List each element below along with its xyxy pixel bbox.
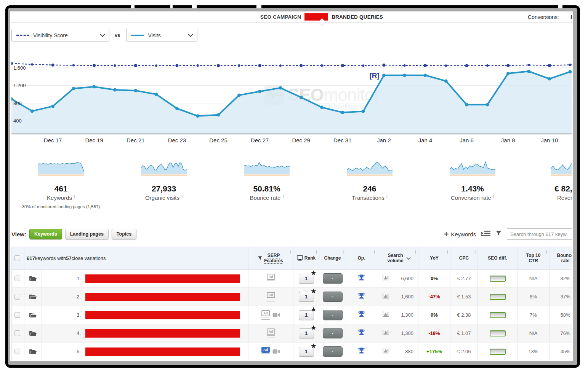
table-row: 4. Ad 1 ★ - 1,300 -19% € 1.07 N/A 76% [12,324,572,343]
folder-icon[interactable] [29,276,37,281]
info-icon: i [474,250,476,254]
change-button[interactable]: - [323,328,343,338]
table-row: 2. Ad 1 ★ - 1,600 -47% € 1.53 8% 37% [12,288,572,306]
vs-label: vs [115,32,120,38]
volume-chart-icon[interactable] [383,293,389,300]
seo-diff-meter[interactable] [490,330,506,336]
rank-value: 1 [305,294,308,300]
row-checkbox[interactable] [14,330,20,336]
serp-features: Ad [261,347,280,356]
row-checkbox[interactable] [14,312,20,318]
seo-diff-meter[interactable] [490,312,506,318]
series-b-dropdown[interactable]: Visits [126,29,197,41]
filter-icon[interactable] [496,231,501,238]
volume-chart-icon[interactable] [383,311,389,319]
rank-value: 1 [305,349,308,354]
column-yoy[interactable]: YoY i [418,247,450,269]
row-checkbox[interactable] [14,294,20,300]
folder-icon[interactable] [29,312,37,318]
metric-card-bounce-rate[interactable]: 50.81% Bounce ratei [221,160,312,201]
metric-card-keywords[interactable]: 461 Keywordsi 30% of monitored landing p… [15,160,107,209]
bounce-rate-value: 37% [549,288,572,306]
seo-diff-meter[interactable] [490,276,506,282]
folder-icon[interactable] [29,294,37,300]
opportunity-trophy-icon[interactable] [358,347,365,356]
chevron-down-icon [188,32,193,37]
column-rank[interactable]: Rank i [293,247,319,269]
redacted-keyword[interactable] [85,329,240,338]
info-icon: i [343,250,344,254]
plus-icon[interactable]: + [444,230,449,238]
star-icon[interactable]: ★ [311,288,316,294]
info-icon: i [386,194,388,199]
rank-button[interactable]: 1 ★ [299,274,314,284]
opportunity-trophy-icon[interactable] [358,329,365,338]
chart-annotation[interactable]: [R] [369,72,379,80]
row-checkbox[interactable] [14,276,20,281]
tab-landing-pages[interactable]: Landing pages [65,229,109,239]
rank-button[interactable]: 1 ★ [299,328,314,338]
redacted-keyword[interactable] [85,293,240,301]
series-a-label: Visibility Score [33,32,68,38]
row-index: 1. [42,276,81,281]
search-volume-value: 1,300 [401,330,413,336]
redacted-keyword[interactable] [85,347,240,356]
table-row: 1. Ad 1 ★ - 6,600 0% € 2.77 N/A 32% [12,269,572,288]
search-volume-value: 880 [405,349,413,354]
column-op[interactable]: Op. i [346,247,377,269]
star-icon[interactable]: ★ [311,325,316,330]
folder-icon[interactable] [29,331,37,336]
volume-chart-icon[interactable] [383,275,389,282]
tab-topics[interactable]: Topics [112,229,136,239]
opportunity-trophy-icon[interactable] [358,274,365,283]
change-button[interactable]: - [323,273,343,284]
column-bounce-rate[interactable]: Bounce rate i [549,247,572,269]
opportunity-trophy-icon[interactable] [358,292,365,301]
column-search-volume[interactable]: Search volume i [377,247,418,269]
select-all-checkbox[interactable] [14,255,20,261]
rank-button[interactable]: 1 ★ [299,347,314,357]
top10-ctr-value: N/A [517,324,549,342]
metric-card-transactions[interactable]: 246 Transactionsi [324,160,415,201]
column-seo-diff[interactable]: SEO diff. [477,247,517,269]
column-top10-ctr[interactable]: Top 10 CTR i [517,247,549,269]
metric-card-revenue[interactable]: € 82, Rever [530,160,572,201]
seo-diff-meter[interactable] [490,294,506,300]
bounce-rate-value: 76% [549,324,572,342]
tab-keywords[interactable]: Keywords [29,229,62,239]
rank-button[interactable]: 1 ★ [299,292,314,302]
redacted-keyword[interactable] [85,311,240,319]
change-button[interactable]: - [323,292,343,302]
change-button[interactable]: - [323,310,343,320]
cpc-value: € 2.06 [450,343,477,360]
metric-card-organic-visits[interactable]: 27,933 Organic visitsi [118,160,210,201]
timeseries-chart[interactable] [11,53,572,148]
metric-card-conversion-rate[interactable]: 1.43% Conversion ratei [427,160,518,201]
bounce-rate-value: 32% [549,269,572,287]
seo-diff-meter[interactable] [490,349,506,355]
cpc-value: € 1.53 [450,288,477,306]
redacted-keyword[interactable] [85,274,240,283]
series-a-dropdown[interactable]: Visibility Score [11,29,109,41]
column-cpc[interactable]: CPC i [450,247,477,269]
star-icon[interactable]: ★ [311,306,316,312]
change-button[interactable]: - [323,346,343,357]
column-serp-features[interactable]: SERP Features i [248,247,293,269]
serp-features: Ad [267,328,275,338]
rank-button[interactable]: 1 ★ [299,310,314,320]
row-checkbox[interactable] [14,349,20,354]
grouping-icon[interactable] [481,230,490,238]
chevron-down-icon [100,32,105,37]
star-icon[interactable]: ★ [311,343,316,349]
column-change[interactable]: Change i [319,247,346,269]
add-keywords-button[interactable]: Keywords [451,231,476,238]
star-icon[interactable]: ★ [311,270,316,276]
search-input[interactable] [507,228,572,240]
keywords-table: 617 keywords with 57 close variations SE… [11,247,572,360]
volume-chart-icon[interactable] [383,330,389,337]
opportunity-trophy-icon[interactable] [358,311,365,319]
view-label: View: [11,231,26,238]
yoy-value: -19% [428,330,440,336]
volume-chart-icon[interactable] [383,348,389,355]
folder-icon[interactable] [29,349,37,354]
